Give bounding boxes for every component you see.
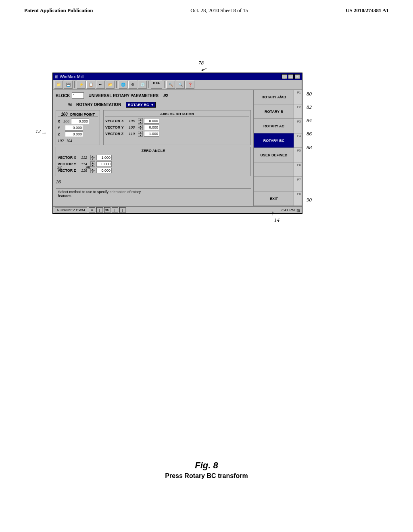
func-btn-f2-label[interactable]: ROTARY B [254,104,294,118]
func-btn-f2[interactable]: ROTARY B F2 [254,104,302,119]
func-btn-f4[interactable]: ROTARY BC F4 [254,133,302,148]
func-btn-f8-label[interactable]: EXIT [254,191,294,206]
axis-vz-up[interactable]: ▲ [138,131,143,134]
z-input[interactable] [65,131,83,137]
annotation-98: 98 [86,165,90,170]
zero-angle-title: ZERO ANGLE [58,149,249,153]
rotary-dropdown[interactable]: ROTARY BC ▼ [126,102,156,108]
zero-vy-spin[interactable]: ▲ ▼ [90,161,95,167]
figure-number: Fig. 8 [0,460,413,471]
zero-vy-down[interactable]: ▼ [90,164,95,167]
func-key-f3: F3 [294,119,302,133]
left-panel: BLOCK UNIVERSAL ROTARY PARAMETERS 92 96 … [53,90,253,206]
right-panel: ROTARY A/AB F1 ROTARY B F2 ROTARY AC F3 [253,90,302,206]
func-btn-f7[interactable]: F7 [254,177,302,191]
dxf-button[interactable]: DXF [151,81,162,89]
x-label: X [58,119,62,123]
annotation-104: 104 [66,139,72,143]
x-input[interactable] [71,118,89,124]
zero-vx-spin[interactable]: ▲ ▼ [90,155,95,160]
annotation-90-label: 90 [307,197,312,203]
toolbar-btn-save[interactable]: 💾 [64,81,73,89]
func-btn-f5-label[interactable]: USER DEFINED [254,148,294,162]
func-key-f7: F7 [294,177,302,191]
axis-vx-spin[interactable]: ▲ ▼ [138,118,143,124]
block-row: BLOCK UNIVERSAL ROTARY PARAMETERS 92 [56,92,251,99]
axis-vz-input[interactable] [144,131,159,137]
func-btn-f5[interactable]: USER DEFINED F5 [254,148,302,162]
x-ref: 106 [63,119,69,123]
axis-vz-down[interactable]: ▼ [138,134,143,137]
zero-vy-input[interactable] [96,161,112,167]
toolbar-sep-2 [116,81,117,88]
y-input[interactable] [65,125,83,131]
maximize-button[interactable]: □ [288,74,294,79]
zero-vx-up[interactable]: ▲ [90,155,95,158]
func-key-f2: F2 [294,104,302,118]
zero-vector-x-row: VECTOR X 112 ▲ ▼ [58,155,249,160]
axis-vx-down[interactable]: ▼ [138,121,143,124]
toolbar-btn-4[interactable]: 📋 [86,81,95,89]
sections-row: 100 ORIGIN POINT X 106 Y Z [56,110,251,145]
zero-vz-spin[interactable]: ▲ ▼ [90,168,95,173]
main-area: BLOCK UNIVERSAL ROTARY PARAMETERS 92 96 … [53,90,302,206]
toolbar-btn-3[interactable]: ⚡ [77,81,86,89]
status-time: 3:41 PM [281,208,295,212]
rotary-orient-label: ROTARY ORIENTATION [76,102,121,107]
toolbar-btn-9[interactable]: 💿 [138,81,147,89]
zero-vy-up[interactable]: ▲ [90,161,95,164]
func-btn-f3-label[interactable]: ROTARY AC [254,119,294,133]
axis-vy-down[interactable]: ▼ [138,127,143,130]
status-icons: ⊞ | MM | | [89,207,126,213]
func-key-f8: F8 [294,191,302,206]
annotation-82-label: 82 [307,104,312,110]
func-btn-f7-label[interactable] [254,177,294,191]
toolbar-btn-10[interactable]: 🔨 [166,81,175,89]
annots-102-104: 102 104 [58,139,98,143]
block-input[interactable] [72,92,84,99]
block-label: BLOCK [56,94,70,98]
toolbar-btn-new[interactable]: 📁 [54,81,63,89]
zero-vz-up[interactable]: ▲ [90,168,95,170]
toolbar-sep-4 [164,81,165,88]
axis-vy-ref: 108 [129,125,137,129]
annotation-96: 96 [68,102,72,107]
close-button[interactable]: × [294,74,300,79]
zero-vx-down[interactable]: ▼ [90,158,95,160]
func-btn-f1[interactable]: ROTARY A/AB F1 [254,90,302,104]
axis-section: AXIS OF ROTATION VECTOR X 106 ▲ ▼ VECTOR… [103,110,251,145]
axis-vx-input[interactable] [144,118,159,124]
axis-vy-up[interactable]: ▲ [138,125,143,127]
func-btn-f4-label[interactable]: ROTARY BC [254,133,294,148]
toolbar-btn-6[interactable]: 📂 [106,81,115,89]
toolbar: 📁 💾 ⚡ 📋 ✒ 📂 🌐 ⚙ 💿 DXF 🔨 🔍 ❓ [53,80,302,90]
minimize-button[interactable]: _ [282,74,287,79]
zero-vz-input[interactable] [96,168,112,173]
toolbar-btn-7[interactable]: 🌐 [119,81,127,89]
axis-title: AXIS OF ROTATION [105,112,249,116]
func-btn-f8[interactable]: EXIT F8 [254,191,302,206]
status-bar: NONAME2.HWM ⊞ | MM | | 3:41 PM ▨ [53,206,302,213]
func-btn-f6[interactable]: F6 [254,162,302,177]
func-btn-f1-label[interactable]: ROTARY A/AB [254,90,294,104]
func-btn-f6-label[interactable] [254,162,294,177]
status-icon-4: | [112,207,118,213]
zero-vz-down[interactable]: ▼ [90,170,95,173]
zero-vx-input[interactable] [96,155,112,160]
annotation-88-label: 88 [307,144,312,151]
toolbar-btn-5[interactable]: ✒ [96,81,105,89]
axis-vy-spin[interactable]: ▲ ▼ [138,125,143,130]
titlebar-controls[interactable]: _ □ × [282,74,300,79]
figure-caption: Fig. 8 Press Rotary BC transform [0,460,413,480]
annotation-16: 16 [56,179,251,185]
toolbar-btn-help[interactable]: ❓ [186,81,194,89]
func-btn-f3[interactable]: ROTARY AC F3 [254,119,302,133]
func-key-f4: F4 [294,133,302,148]
axis-vx-up[interactable]: ▲ [138,118,143,121]
toolbar-btn-8[interactable]: ⚙ [128,81,137,89]
zero-vx-ref: 112 [81,156,89,160]
window-title: WinMax Mill [60,74,83,79]
axis-vz-spin[interactable]: ▲ ▼ [138,131,143,137]
axis-vy-input[interactable] [144,125,159,130]
toolbar-btn-11[interactable]: 🔍 [176,81,185,89]
